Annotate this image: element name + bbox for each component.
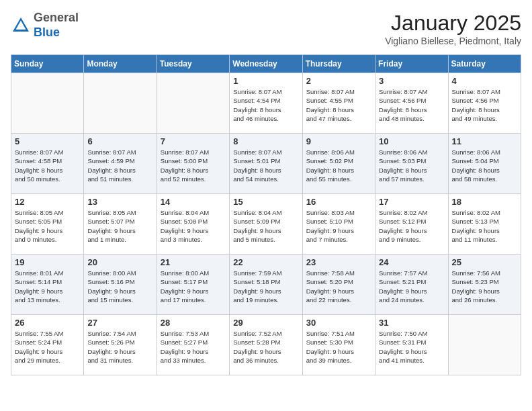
- cell-content: Sunrise: 8:07 AM Sunset: 4:56 PM Dayligh…: [452, 87, 517, 123]
- calendar-cell: [157, 73, 229, 134]
- calendar-cell: 24Sunrise: 7:57 AM Sunset: 5:21 PM Dayli…: [375, 255, 448, 315]
- calendar-cell: 26Sunrise: 7:55 AM Sunset: 5:24 PM Dayli…: [11, 315, 84, 375]
- logo-text: General Blue: [34, 11, 79, 40]
- cell-content: Sunrise: 8:00 AM Sunset: 5:17 PM Dayligh…: [161, 269, 226, 304]
- cell-content: Sunrise: 8:07 AM Sunset: 4:59 PM Dayligh…: [87, 148, 152, 183]
- calendar-cell: 17Sunrise: 8:02 AM Sunset: 5:12 PM Dayli…: [375, 194, 448, 255]
- day-number: 16: [306, 197, 371, 207]
- cell-content: Sunrise: 8:07 AM Sunset: 5:00 PM Dayligh…: [161, 148, 226, 183]
- calendar-cell: 21Sunrise: 8:00 AM Sunset: 5:17 PM Dayli…: [157, 255, 229, 315]
- calendar-cell: 22Sunrise: 7:59 AM Sunset: 5:18 PM Dayli…: [230, 255, 302, 315]
- cell-content: Sunrise: 7:53 AM Sunset: 5:27 PM Dayligh…: [161, 329, 226, 365]
- cell-content: Sunrise: 8:04 AM Sunset: 5:09 PM Dayligh…: [233, 208, 298, 244]
- cell-content: Sunrise: 8:02 AM Sunset: 5:13 PM Dayligh…: [452, 208, 517, 244]
- cell-content: Sunrise: 8:07 AM Sunset: 5:01 PM Dayligh…: [233, 148, 298, 183]
- calendar-cell: 12Sunrise: 8:05 AM Sunset: 5:05 PM Dayli…: [11, 194, 84, 255]
- day-number: 5: [15, 136, 80, 146]
- calendar-cell: 7Sunrise: 8:07 AM Sunset: 5:00 PM Daylig…: [157, 134, 229, 194]
- calendar-body: 1Sunrise: 8:07 AM Sunset: 4:54 PM Daylig…: [11, 73, 521, 375]
- calendar-cell: 14Sunrise: 8:04 AM Sunset: 5:08 PM Dayli…: [157, 194, 229, 255]
- calendar-cell: 1Sunrise: 8:07 AM Sunset: 4:54 PM Daylig…: [230, 73, 302, 134]
- cell-content: Sunrise: 8:07 AM Sunset: 4:54 PM Dayligh…: [233, 87, 298, 123]
- calendar-cell: 9Sunrise: 8:06 AM Sunset: 5:02 PM Daylig…: [302, 134, 375, 194]
- day-number: 14: [161, 197, 226, 207]
- calendar-cell: 23Sunrise: 7:58 AM Sunset: 5:20 PM Dayli…: [302, 255, 375, 315]
- calendar-cell: 19Sunrise: 8:01 AM Sunset: 5:14 PM Dayli…: [11, 255, 84, 315]
- day-number: 20: [87, 257, 152, 267]
- day-number: 18: [452, 197, 517, 207]
- header-day-tuesday: Tuesday: [157, 55, 229, 73]
- calendar-cell: 5Sunrise: 8:07 AM Sunset: 4:58 PM Daylig…: [11, 134, 84, 194]
- cell-content: Sunrise: 8:02 AM Sunset: 5:12 PM Dayligh…: [379, 208, 444, 244]
- day-number: 12: [15, 197, 80, 207]
- calendar-cell: 6Sunrise: 8:07 AM Sunset: 4:59 PM Daylig…: [84, 134, 157, 194]
- calendar-table: SundayMondayTuesdayWednesdayThursdayFrid…: [11, 54, 521, 375]
- title-block: January 2025 Vigliano Biellese, Piedmont…: [385, 11, 521, 46]
- day-number: 31: [379, 318, 444, 328]
- header-day-friday: Friday: [375, 55, 448, 73]
- day-number: 29: [233, 318, 298, 328]
- header-day-sunday: Sunday: [11, 55, 84, 73]
- calendar-week-2: 5Sunrise: 8:07 AM Sunset: 4:58 PM Daylig…: [11, 134, 521, 194]
- calendar-cell: 4Sunrise: 8:07 AM Sunset: 4:56 PM Daylig…: [448, 73, 521, 134]
- day-number: 4: [452, 76, 517, 86]
- cell-content: Sunrise: 7:57 AM Sunset: 5:21 PM Dayligh…: [379, 269, 444, 304]
- header-row: SundayMondayTuesdayWednesdayThursdayFrid…: [11, 55, 521, 73]
- calendar-header: SundayMondayTuesdayWednesdayThursdayFrid…: [11, 55, 521, 73]
- day-number: 9: [306, 136, 371, 146]
- day-number: 24: [379, 257, 444, 267]
- cell-content: Sunrise: 7:50 AM Sunset: 5:31 PM Dayligh…: [379, 329, 444, 365]
- cell-content: Sunrise: 8:06 AM Sunset: 5:04 PM Dayligh…: [452, 148, 517, 183]
- cell-content: Sunrise: 7:59 AM Sunset: 5:18 PM Dayligh…: [233, 269, 298, 304]
- day-number: 15: [233, 197, 298, 207]
- calendar-cell: [448, 315, 521, 375]
- cell-content: Sunrise: 8:07 AM Sunset: 4:56 PM Dayligh…: [379, 87, 444, 123]
- day-number: 19: [15, 257, 80, 267]
- calendar-cell: 15Sunrise: 8:04 AM Sunset: 5:09 PM Dayli…: [230, 194, 302, 255]
- calendar-cell: [11, 73, 84, 134]
- calendar-week-3: 12Sunrise: 8:05 AM Sunset: 5:05 PM Dayli…: [11, 194, 521, 255]
- cell-content: Sunrise: 8:05 AM Sunset: 5:05 PM Dayligh…: [15, 208, 80, 244]
- day-number: 3: [379, 76, 444, 86]
- day-number: 7: [161, 136, 226, 146]
- calendar-cell: 8Sunrise: 8:07 AM Sunset: 5:01 PM Daylig…: [230, 134, 302, 194]
- calendar-cell: 20Sunrise: 8:00 AM Sunset: 5:16 PM Dayli…: [84, 255, 157, 315]
- day-number: 22: [233, 257, 298, 267]
- cell-content: Sunrise: 8:06 AM Sunset: 5:02 PM Dayligh…: [306, 148, 371, 183]
- day-number: 28: [161, 318, 226, 328]
- header-day-saturday: Saturday: [448, 55, 521, 73]
- cell-content: Sunrise: 7:51 AM Sunset: 5:30 PM Dayligh…: [306, 329, 371, 365]
- day-number: 6: [87, 136, 152, 146]
- calendar-cell: 25Sunrise: 7:56 AM Sunset: 5:23 PM Dayli…: [448, 255, 521, 315]
- calendar-cell: 28Sunrise: 7:53 AM Sunset: 5:27 PM Dayli…: [157, 315, 229, 375]
- day-number: 11: [452, 136, 517, 146]
- logo: General Blue: [11, 11, 79, 40]
- calendar-week-4: 19Sunrise: 8:01 AM Sunset: 5:14 PM Dayli…: [11, 255, 521, 315]
- month-title: January 2025: [385, 11, 521, 36]
- cell-content: Sunrise: 7:58 AM Sunset: 5:20 PM Dayligh…: [306, 269, 371, 304]
- day-number: 21: [161, 257, 226, 267]
- calendar-cell: 3Sunrise: 8:07 AM Sunset: 4:56 PM Daylig…: [375, 73, 448, 134]
- calendar-cell: [84, 73, 157, 134]
- calendar-week-1: 1Sunrise: 8:07 AM Sunset: 4:54 PM Daylig…: [11, 73, 521, 134]
- day-number: 1: [233, 76, 298, 86]
- header-day-wednesday: Wednesday: [230, 55, 302, 73]
- calendar-cell: 10Sunrise: 8:06 AM Sunset: 5:03 PM Dayli…: [375, 134, 448, 194]
- cell-content: Sunrise: 7:54 AM Sunset: 5:26 PM Dayligh…: [87, 329, 152, 365]
- day-number: 23: [306, 257, 371, 267]
- day-number: 30: [306, 318, 371, 328]
- header-day-thursday: Thursday: [302, 55, 375, 73]
- calendar-cell: 11Sunrise: 8:06 AM Sunset: 5:04 PM Dayli…: [448, 134, 521, 194]
- calendar-cell: 13Sunrise: 8:05 AM Sunset: 5:07 PM Dayli…: [84, 194, 157, 255]
- cell-content: Sunrise: 8:07 AM Sunset: 4:58 PM Dayligh…: [15, 148, 80, 183]
- cell-content: Sunrise: 7:52 AM Sunset: 5:28 PM Dayligh…: [233, 329, 298, 365]
- day-number: 27: [87, 318, 152, 328]
- cell-content: Sunrise: 8:05 AM Sunset: 5:07 PM Dayligh…: [87, 208, 152, 244]
- cell-content: Sunrise: 8:06 AM Sunset: 5:03 PM Dayligh…: [379, 148, 444, 183]
- day-number: 13: [87, 197, 152, 207]
- header-day-monday: Monday: [84, 55, 157, 73]
- calendar-cell: 2Sunrise: 8:07 AM Sunset: 4:55 PM Daylig…: [302, 73, 375, 134]
- cell-content: Sunrise: 8:04 AM Sunset: 5:08 PM Dayligh…: [161, 208, 226, 244]
- day-number: 17: [379, 197, 444, 207]
- cell-content: Sunrise: 8:00 AM Sunset: 5:16 PM Dayligh…: [87, 269, 152, 304]
